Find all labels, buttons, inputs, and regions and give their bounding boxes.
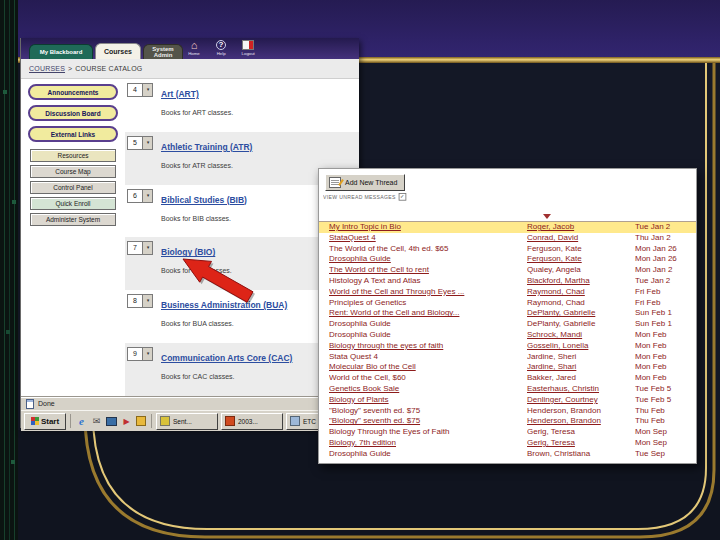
media-player-icon[interactable] [121,416,132,427]
thread-author-link[interactable]: Blackford, Martha [527,276,631,287]
thread-title-link[interactable]: Biology through the eyes of faith [329,341,525,352]
thread-author-link[interactable]: Gosselin, Lonella [527,341,631,352]
sort-indicator-icon[interactable] [543,214,551,219]
thread-author-link[interactable]: Conrad, David [527,233,631,244]
thread-author-link[interactable]: Qualey, Angela [527,265,631,276]
sidebar-button-course-map[interactable]: Course Map [30,165,116,178]
thread-date: Thu Feb [635,406,695,417]
start-button[interactable]: Start [24,413,66,430]
thread-title-link[interactable]: The World of the Cell, 4th ed. $65 [329,244,525,255]
thread-title-link[interactable]: Rent: World of the Cell and Biology... [329,308,525,319]
course-link[interactable]: Biology (BIO) [161,247,215,257]
notepad-icon [290,416,300,426]
thread-author-link[interactable]: DePlanty, Gabrielle [527,308,631,319]
chevron-down-icon[interactable] [142,242,152,254]
course-link[interactable]: Business Administration (BUA) [161,300,287,310]
task-label: Sent... [173,418,192,425]
thread-title-link[interactable]: The World of the Cell to rent [329,265,525,276]
chevron-down-icon[interactable] [142,190,152,202]
course-link[interactable]: Art (ART) [161,89,199,99]
thread-title-link[interactable]: Stata Quest 4 [329,352,525,363]
thread-title-link[interactable]: "Biology" seventh ed. $75 [329,416,525,427]
chevron-down-icon[interactable] [142,295,152,307]
course-number-dropdown[interactable]: 9 [127,347,153,361]
thread-author-link[interactable]: Bakker, Jared [527,373,631,384]
thread-title-link[interactable]: Principles of Genetics [329,298,525,309]
thread-title-link[interactable]: Genetics Book Sale [329,384,525,395]
windows-flag-icon [31,417,39,425]
course-link[interactable]: Communication Arts Core (CAC) [161,353,292,363]
page-icon [26,399,34,409]
course-description: Books for BIB classes. [161,215,247,222]
course-number-dropdown[interactable]: 8 [127,294,153,308]
thread-author-link[interactable]: Ferguson, Kate [527,244,631,255]
course-info: Art (ART) Books for ART classes. [161,83,233,132]
thread-title-link[interactable]: "Biology" seventh ed. $75 [329,406,525,417]
msn-icon[interactable] [136,416,146,426]
sidebar-pill-external-links[interactable]: External Links [28,126,118,142]
thread-row: Drosophila Guide Brown, Christiana Tue S… [319,449,696,460]
thread-author-link[interactable]: Raymond, Chad [527,287,631,298]
sidebar-pill-announcements[interactable]: Announcements [28,84,118,100]
course-number-dropdown[interactable]: 4 [127,83,153,97]
thread-author-link[interactable]: Henderson, Brandon [527,416,631,427]
sidebar-button-control-panel[interactable]: Control Panel [30,181,116,194]
course-number-dropdown[interactable]: 7 [127,241,153,255]
thread-author-link[interactable]: Denlinger, Courtney [527,395,631,406]
thread-title-link[interactable]: Biology, 7th edition [329,438,525,449]
course-number: 7 [128,242,142,254]
chevron-down-icon[interactable] [142,137,152,149]
thread-title-link[interactable]: Molecular Bio of the Cell [329,362,525,373]
thread-title-link[interactable]: Drosophila Guide [329,254,525,265]
thread-title-link[interactable]: Biology of Plants [329,395,525,406]
thread-author-link[interactable]: Schrock, Mandi [527,330,631,341]
thread-author-link[interactable]: DePlanty, Gabrielle [527,319,631,330]
thread-author-link[interactable]: Easterhaus, Christin [527,384,631,395]
sidebar-pill-discussion-board[interactable]: Discussion Board [28,105,118,121]
thread-title-link[interactable]: My Intro Topic in Bio [329,222,525,233]
ie-icon[interactable] [76,416,87,427]
thread-title-link[interactable]: Drosophila Guide [329,330,525,341]
thread-author-link[interactable]: Raymond, Chad [527,298,631,309]
thread-title-link[interactable]: World of the Cell and Through Eyes ... [329,287,525,298]
course-link[interactable]: Athletic Training (ATR) [161,142,252,152]
thread-author-link[interactable]: Gerig, Teresa [527,427,631,438]
course-number-dropdown[interactable]: 6 [127,189,153,203]
chevron-down-icon[interactable] [142,84,152,96]
thread-date: Mon Sep [635,438,695,449]
tab-system-admin[interactable]: System Admin [143,44,183,59]
tab-courses[interactable]: Courses [95,43,141,59]
task-button-2003[interactable]: 2003... [221,413,283,430]
desktop-icon[interactable] [106,417,117,426]
thread-title-link[interactable]: Drosophila Guide [329,319,525,330]
breadcrumb-root-link[interactable]: COURSES [29,65,65,72]
help-header-button[interactable]: Help [211,40,231,57]
thread-title-link[interactable]: Histology A Text and Atlas [329,276,525,287]
course-number: 5 [128,137,142,149]
thread-author-link[interactable]: Jardine, Sheri [527,352,631,363]
thread-title-link[interactable]: World of the Cell, $60 [329,373,525,384]
thread-date: Sun Feb 1 [635,319,695,330]
sidebar-button-quick-enroll[interactable]: Quick Enroll [30,197,116,210]
mail-icon[interactable] [91,416,102,427]
logout-header-button[interactable]: Logout [238,40,258,57]
course-number-dropdown[interactable]: 5 [127,136,153,150]
thread-title-link[interactable]: Drosophila Guide [329,449,525,460]
thread-author-link[interactable]: Roger, Jacob [527,222,631,233]
thread-title-link[interactable]: Biology Through the Eyes of Faith [329,427,525,438]
chevron-down-icon[interactable] [142,348,152,360]
task-button-sent[interactable]: Sent... [156,413,218,430]
thread-author-link[interactable]: Ferguson, Kate [527,254,631,265]
view-unread-checkbox[interactable] [398,193,406,201]
thread-title-link[interactable]: StataQuest 4 [329,233,525,244]
sidebar-button-resources[interactable]: Resources [30,149,116,162]
sidebar-button-administer-system[interactable]: Administer System [30,213,116,226]
thread-author-link[interactable]: Gerig, Teresa [527,438,631,449]
tab-my-blackboard[interactable]: My Blackboard [29,44,93,59]
thread-author-link[interactable]: Brown, Christiana [527,449,631,460]
add-new-thread-button[interactable]: Add New Thread [325,174,405,191]
home-header-button[interactable]: Home [184,40,204,57]
thread-author-link[interactable]: Henderson, Brandon [527,406,631,417]
course-link[interactable]: Biblical Studies (BIB) [161,195,247,205]
thread-author-link[interactable]: Jardine, Shari [527,362,631,373]
